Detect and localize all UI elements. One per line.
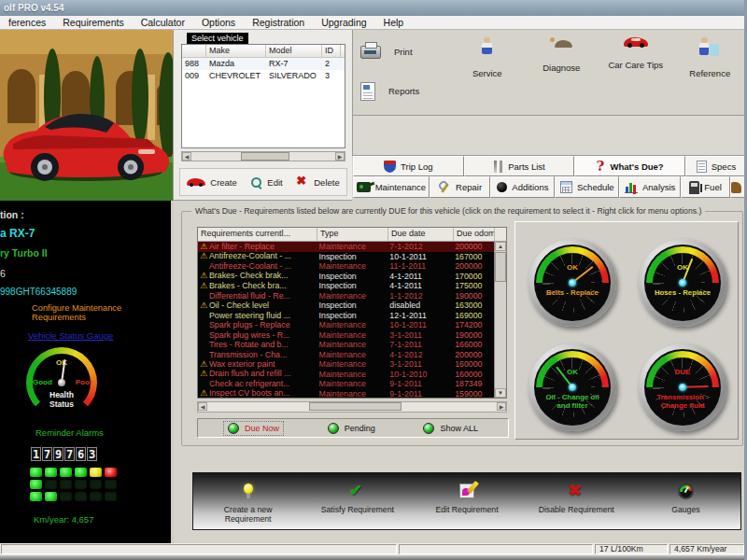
due-row[interactable]: Inspect CV boots an...Maintenance9-1-201… xyxy=(198,389,494,399)
filter-due-now[interactable]: Due Now xyxy=(224,422,283,435)
tab-what-s-due[interactable]: What's Due? xyxy=(574,156,685,176)
tab-analysis[interactable]: Analysis xyxy=(619,176,681,198)
vehicle-list-hscrollbar[interactable]: ◀ ▶ xyxy=(181,151,345,161)
menu-item-ferences[interactable]: ferences xyxy=(0,17,54,28)
action-satisfy-requirement[interactable]: Satisfy Requirement xyxy=(303,473,412,529)
gauge-belts-replace: OKBelts - Replace xyxy=(529,239,616,327)
scroll-right-icon[interactable]: ▶ xyxy=(335,152,345,161)
sidebar-vehicle-trim: ry Turbo II xyxy=(0,247,48,259)
main-content: What's Due - Requirements listed below a… xyxy=(174,201,747,543)
due-row[interactable]: Spark plugs - ReplaceMaintenance10-1-201… xyxy=(198,320,494,330)
tab-maintenance[interactable]: Maintenance xyxy=(353,176,430,198)
due-row[interactable]: Differential fluid - Re...Maintenance1-1… xyxy=(198,291,494,301)
tab-schedule[interactable]: Schedule xyxy=(555,176,619,198)
requirements-table-body: Air filter - ReplaceMaintenance7-1-20122… xyxy=(198,242,494,398)
vehicle-list-header: MakeModelID xyxy=(182,45,345,58)
scroll-right-icon[interactable]: ▶ xyxy=(497,402,506,411)
scroll-up-icon[interactable]: ▲ xyxy=(495,242,506,251)
tab-fuel[interactable]: Fuel xyxy=(681,176,730,198)
gauge-hub xyxy=(679,384,686,391)
action-edit-requirement[interactable]: Edit Requirement xyxy=(412,473,521,529)
vehicle-row[interactable]: 988MazdaRX-72 xyxy=(182,58,345,70)
menu-item-calculator[interactable]: Calculator xyxy=(133,17,193,28)
due-col-requirements-currentl[interactable]: Requirements currentl... xyxy=(198,228,317,241)
due-row[interactable]: Spark plug wires - R...Maintenance3-1-20… xyxy=(198,330,494,341)
menu-item-help[interactable]: Help xyxy=(375,17,413,28)
menu-item-upgrading[interactable]: Upgrading xyxy=(313,17,374,28)
due-row[interactable]: Antifreeze-Coolant - ...Inspection10-1-2… xyxy=(198,252,494,262)
requirements-vscrollbar[interactable]: ▲ ▼ xyxy=(494,242,506,398)
menu-item-registration[interactable]: Registration xyxy=(244,17,313,28)
odometer-digit: 7 xyxy=(64,447,75,461)
scroll-thumb[interactable] xyxy=(495,252,506,282)
tab-trip-log[interactable]: Trip Log xyxy=(353,156,464,176)
scroll-thumb[interactable] xyxy=(241,152,289,161)
due-col-due-date[interactable]: Due date xyxy=(388,228,454,241)
action-disable-requirement[interactable]: Disable Requirement xyxy=(522,473,631,529)
gauge-label: Hoses - Replace xyxy=(654,288,712,297)
reference-button[interactable]: Reference xyxy=(673,32,747,114)
action-create-a-new-requirement[interactable]: Create a new Requirement xyxy=(193,473,303,529)
action-gauges[interactable]: Gauges xyxy=(631,473,740,529)
service-button[interactable]: Service xyxy=(450,32,525,114)
due-row[interactable]: Transmission - Cha...Maintenance4-1-2012… xyxy=(198,350,494,360)
tab-row-lower: MaintenanceRepairAdditionsScheduleAnalys… xyxy=(353,176,747,198)
select-vehicle-panel: Select vehicle MakeModelID 988MazdaRX-72… xyxy=(173,30,352,201)
status-fuel-economy: 17 L/100Km xyxy=(595,544,668,554)
due-row[interactable]: Brakes- Check brak...Inspection4-1-20111… xyxy=(198,272,494,282)
scroll-down-icon[interactable]: ▼ xyxy=(495,388,506,398)
car-care-tips-button[interactable]: Car Care Tips xyxy=(599,32,673,114)
status-km-per-year: 4,657 Km/year xyxy=(669,544,744,554)
due-row[interactable]: Oil - Check levelInspectiondisabled16300… xyxy=(198,301,494,311)
filter-show-all[interactable]: Show ALL xyxy=(419,422,482,435)
configure-requirements-link[interactable]: Configure Maintenance Requirements xyxy=(32,303,172,322)
diagnose-button[interactable]: Diagnose xyxy=(525,32,599,114)
tab-repair[interactable]: Repair xyxy=(430,176,491,198)
pump-icon xyxy=(689,181,699,194)
health-good-label: Good xyxy=(33,378,52,386)
due-row[interactable]: Drain flush and refill ...Maintenance10-… xyxy=(198,370,494,380)
vehicle-col-model[interactable]: Model xyxy=(266,45,322,57)
due-row[interactable]: Air filter - ReplaceMaintenance7-1-20122… xyxy=(198,242,494,252)
scroll-thumb[interactable] xyxy=(309,402,402,411)
due-row[interactable]: Wax exterior paintMaintenance3-1-2011160… xyxy=(198,359,494,370)
create-vehicle-button[interactable]: Create xyxy=(187,177,237,188)
delete-vehicle-button[interactable]: Delete xyxy=(296,175,339,189)
toolbar-spacer-panel xyxy=(352,116,747,156)
vehicle-row[interactable]: 009CHEVROLETSILVERADO3 xyxy=(182,70,345,82)
due-row[interactable]: Power steering fluid ...Inspection12-1-2… xyxy=(198,311,494,321)
select-vehicle-label: Select vehicle xyxy=(187,33,248,44)
vehicle-photo xyxy=(0,30,173,201)
edit-vehicle-button[interactable]: Edit xyxy=(250,176,282,189)
requirements-hscrollbar[interactable]: ◀ ▶ xyxy=(197,401,507,413)
vehicle-status-gauge-link[interactable]: Vehicle Status Gauge xyxy=(28,330,113,341)
reports-button[interactable]: Reports xyxy=(360,82,454,101)
whats-due-title: What's Due - Requirements listed below a… xyxy=(191,206,705,216)
tab-parts-list[interactable]: Parts List xyxy=(464,156,575,176)
scroll-left-icon[interactable]: ◀ xyxy=(198,402,207,411)
gauge-hoses-replace: OKHoses - Replace xyxy=(639,239,726,327)
due-row[interactable]: Tires - Rotate and b...Maintenance7-1-20… xyxy=(198,340,494,350)
warn-icon xyxy=(200,272,209,281)
filter-pending[interactable]: Pending xyxy=(324,422,379,435)
vehicle-col-make[interactable]: Make xyxy=(206,45,266,57)
due-col-due-odom[interactable]: Due odom xyxy=(454,228,495,241)
vehicle-col-id[interactable]: ID xyxy=(322,45,341,57)
title-bar: olf PRO v4.54 xyxy=(0,0,747,16)
tab-specs[interactable]: Specs xyxy=(685,156,747,176)
print-button[interactable]: Print xyxy=(360,46,454,59)
led-icon xyxy=(328,423,339,434)
window-bottom-edge xyxy=(0,555,747,560)
scroll-left-icon[interactable]: ◀ xyxy=(182,152,191,161)
tab-additions[interactable]: Additions xyxy=(490,176,555,198)
led-cell xyxy=(60,480,72,489)
menu-item-requirements[interactable]: Requirements xyxy=(54,17,132,28)
gauge-status: OK xyxy=(534,368,611,376)
vehicle-col-blank[interactable] xyxy=(182,45,206,57)
due-row[interactable]: Brakes - Check bra...Inspection4-1-20111… xyxy=(198,281,494,291)
due-row[interactable]: Check ac refrigerant...Maintenance9-1-20… xyxy=(198,379,494,389)
due-row[interactable]: Antifreeze-Coolant - ...Maintenance11-1-… xyxy=(198,261,494,272)
menu-item-options[interactable]: Options xyxy=(193,17,244,28)
reminder-alarms-label[interactable]: Reminder Alarms xyxy=(35,427,104,438)
due-col-type[interactable]: Type xyxy=(317,228,388,241)
